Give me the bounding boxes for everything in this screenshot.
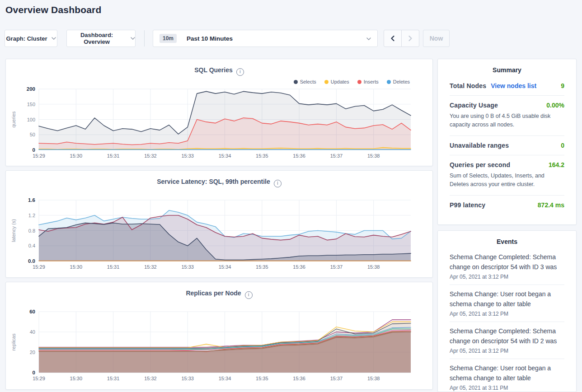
chevron-down-icon	[366, 37, 371, 40]
summary-label: Capacity Usage	[450, 102, 498, 109]
legend-item[interactable]: Inserts	[357, 79, 379, 84]
y-axis-tick-label: 60	[29, 309, 35, 314]
summary-label: Unavailable ranges	[450, 142, 509, 149]
y-axis-tick-label: 200	[27, 86, 35, 92]
view-nodes-link[interactable]: View nodes list	[491, 82, 536, 89]
legend-item[interactable]: Updates	[324, 79, 349, 84]
legend-dot	[387, 80, 391, 84]
next-range-button[interactable]	[401, 30, 419, 47]
summary-row: Queries per second164.2Sum of Selects, U…	[450, 155, 564, 195]
replicas-per-node-chart[interactable]: 15:2915:3015:3115:3215:3315:3415:3515:36…	[6, 304, 433, 383]
x-axis-tick-label: 15:35	[256, 153, 268, 159]
y-axis-label: latency (s)	[11, 219, 16, 242]
x-axis-tick-label: 15:31	[107, 153, 120, 159]
chevron-down-icon	[52, 37, 56, 40]
x-axis-tick-label: 15:33	[181, 264, 194, 270]
graph-dropdown[interactable]: Graph: Cluster	[5, 30, 57, 47]
y-axis-tick-label: 0.4	[28, 243, 35, 248]
x-axis-tick-label: 15:29	[33, 376, 45, 381]
info-icon[interactable]: i	[236, 68, 244, 76]
summary-row: Total NodesView nodes list9	[450, 76, 564, 95]
summary-title: Summary	[450, 59, 564, 76]
sql-queries-chart[interactable]: 15:2915:3015:3115:3215:3315:3415:3515:36…	[6, 85, 433, 163]
event-text: Schema Change Completed: Schema change o…	[450, 252, 564, 272]
x-axis-tick-label: 15:30	[70, 153, 83, 159]
x-axis-tick-label: 15:30	[70, 376, 83, 381]
legend-label: Selects	[300, 79, 316, 84]
x-axis-tick-label: 15:37	[330, 376, 343, 381]
now-button[interactable]: Now	[423, 30, 450, 47]
y-axis-tick-label: 1.6	[28, 197, 35, 203]
x-axis-tick-label: 15:29	[33, 264, 45, 270]
event-item[interactable]: Schema Change Completed: Schema change o…	[450, 248, 564, 285]
event-item[interactable]: Schema Change Completed: Schema change o…	[450, 322, 564, 359]
x-axis-tick-label: 15:29	[33, 153, 45, 159]
x-axis-tick-label: 15:34	[219, 153, 231, 159]
chevron-right-icon	[407, 35, 413, 42]
legend-item[interactable]: Deletes	[387, 79, 410, 84]
x-axis-tick-label: 15:33	[181, 376, 194, 381]
event-text: Schema Change: User root began a schema …	[450, 364, 564, 383]
summary-value: 872.4 ms	[538, 201, 564, 209]
summary-row: Unavailable ranges0	[450, 135, 564, 155]
x-axis-tick-label: 15:35	[256, 376, 268, 381]
y-axis-tick-label: 0.0	[28, 258, 35, 264]
dashboard-dropdown-label: Dashboard: Overview	[67, 32, 127, 45]
x-axis-tick-label: 15:32	[144, 376, 157, 381]
toolbar: Graph: Cluster Dashboard: Overview 10m P…	[0, 30, 582, 47]
chart-title-row: Service Latency: SQL, 99th percentilei	[6, 178, 432, 187]
service-latency-card: Service Latency: SQL, 99th percentilei 1…	[5, 170, 433, 278]
x-axis-tick-label: 15:35	[256, 264, 268, 270]
time-range-badge: 10m	[160, 34, 177, 43]
chart-title-row: Replicas per Nodei	[6, 289, 432, 299]
x-axis-tick-label: 15:31	[107, 264, 120, 270]
prev-range-button[interactable]	[384, 30, 401, 47]
chevron-down-icon	[131, 37, 135, 40]
events-panel: Events Schema Change Completed: Schema c…	[437, 230, 577, 392]
page-title: Overview Dashboard	[5, 5, 102, 15]
x-axis-tick-label: 15:34	[219, 376, 231, 381]
y-axis-tick-label: 0	[33, 147, 35, 153]
chart-title: Service Latency: SQL, 99th percentile	[157, 178, 270, 185]
x-axis-tick-label: 15:38	[367, 264, 380, 270]
y-axis-tick-label: 0.8	[28, 228, 35, 233]
summary-label: Queries per second	[450, 161, 510, 168]
event-timestamp: Apr 05, 2021 at 3:12 PM	[450, 311, 564, 317]
summary-value: 0	[561, 142, 564, 149]
y-axis-tick-label: 50	[30, 132, 35, 137]
chart-title: Replicas per Node	[186, 289, 241, 297]
summary-row: P99 latency872.4 ms	[450, 195, 564, 215]
y-axis-label: queries	[11, 111, 16, 128]
toolbar-divider	[144, 30, 145, 47]
summary-desc: Sum of Selects, Updates, Inserts, and De…	[450, 172, 564, 189]
service-latency-chart[interactable]: 15:2915:3015:3115:3215:3315:3415:3515:36…	[6, 192, 433, 271]
time-range-picker[interactable]: 10m Past 10 Minutes	[153, 30, 378, 47]
x-axis-tick-label: 15:36	[293, 153, 305, 159]
x-axis-tick-label: 15:37	[330, 264, 343, 270]
legend-item[interactable]: Selects	[294, 79, 316, 84]
info-icon[interactable]: i	[274, 180, 282, 187]
x-axis-tick-label: 15:37	[330, 153, 343, 159]
event-item[interactable]: Schema Change: User root began a schema …	[450, 359, 564, 392]
time-nav-group	[384, 30, 419, 47]
x-axis-tick-label: 15:38	[367, 153, 380, 159]
events-title: Events	[450, 231, 564, 248]
y-axis-label: replicas	[11, 333, 16, 350]
legend-dot	[357, 80, 361, 84]
dashboard-dropdown[interactable]: Dashboard: Overview	[66, 30, 136, 47]
x-axis-tick-label: 15:38	[367, 376, 380, 381]
event-text: Schema Change: User root began a schema …	[450, 289, 564, 309]
event-timestamp: Apr 05, 2021 at 3:12 PM	[450, 274, 564, 280]
x-axis-tick-label: 15:36	[293, 376, 305, 381]
event-item[interactable]: Schema Change: User root began a schema …	[450, 285, 564, 322]
event-text: Schema Change Completed: Schema change o…	[450, 327, 564, 346]
event-timestamp: Apr 05, 2021 at 3:12 PM	[450, 348, 564, 354]
event-timestamp: Apr 05, 2021 at 3:11 PM	[450, 385, 564, 391]
graph-dropdown-label: Graph: Cluster	[6, 35, 47, 42]
y-axis-tick-label: 20	[30, 350, 35, 355]
x-axis-tick-label: 15:31	[107, 376, 120, 381]
chart-title-row: SQL Queriesi	[6, 66, 432, 76]
events-list: Schema Change Completed: Schema change o…	[450, 248, 564, 392]
info-icon[interactable]: i	[245, 291, 253, 299]
summary-value: 9	[561, 82, 564, 89]
